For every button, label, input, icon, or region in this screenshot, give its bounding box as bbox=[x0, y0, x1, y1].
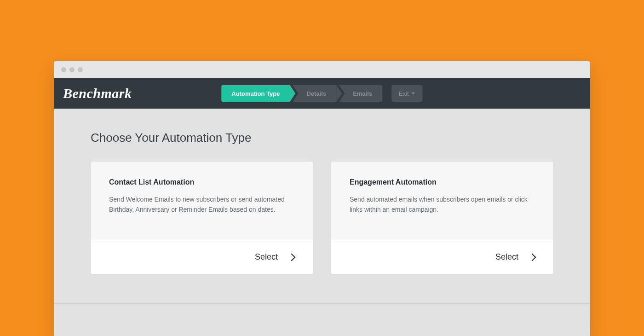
select-label: Select bbox=[255, 252, 278, 262]
select-engagement-button[interactable]: Select bbox=[331, 240, 553, 274]
main-content: Choose Your Automation Type Contact List… bbox=[54, 109, 590, 336]
card-engagement-automation: Engagement Automation Send automated ema… bbox=[331, 162, 553, 274]
step-emails[interactable]: Emails bbox=[339, 85, 382, 102]
card-title: Engagement Automation bbox=[350, 178, 535, 186]
traffic-light-minimize-icon[interactable] bbox=[69, 67, 75, 72]
browser-window: Benchmark Automation Type Details Emails… bbox=[54, 61, 590, 336]
chevron-right-icon bbox=[288, 253, 296, 261]
traffic-light-zoom-icon[interactable] bbox=[78, 67, 83, 72]
select-label: Select bbox=[495, 252, 518, 262]
traffic-light-close-icon[interactable] bbox=[61, 67, 66, 72]
automation-type-cards: Contact List Automation Send Welcome Ema… bbox=[91, 162, 553, 274]
chevron-down-icon bbox=[412, 93, 415, 94]
app-header: Benchmark Automation Type Details Emails… bbox=[54, 78, 590, 109]
browser-chrome bbox=[54, 61, 590, 78]
card-body: Contact List Automation Send Welcome Ema… bbox=[91, 162, 313, 240]
chevron-right-icon bbox=[529, 253, 536, 261]
card-body: Engagement Automation Send automated ema… bbox=[331, 162, 553, 240]
wizard-steps: Automation Type Details Emails Exit bbox=[221, 85, 422, 102]
step-automation-type[interactable]: Automation Type bbox=[221, 85, 290, 102]
brand-logo: Benchmark bbox=[63, 86, 132, 101]
select-contact-button[interactable]: Select bbox=[91, 240, 313, 274]
horizontal-divider bbox=[54, 303, 590, 304]
card-description: Send automated emails when subscribers o… bbox=[350, 195, 535, 214]
card-title: Contact List Automation bbox=[109, 178, 294, 186]
exit-button[interactable]: Exit bbox=[391, 85, 423, 102]
page-title: Choose Your Automation Type bbox=[91, 131, 553, 145]
card-description: Send Welcome Emails to new subscribers o… bbox=[109, 195, 294, 214]
card-contact-list-automation: Contact List Automation Send Welcome Ema… bbox=[91, 162, 313, 274]
exit-label: Exit bbox=[399, 90, 409, 97]
step-details[interactable]: Details bbox=[293, 85, 336, 102]
